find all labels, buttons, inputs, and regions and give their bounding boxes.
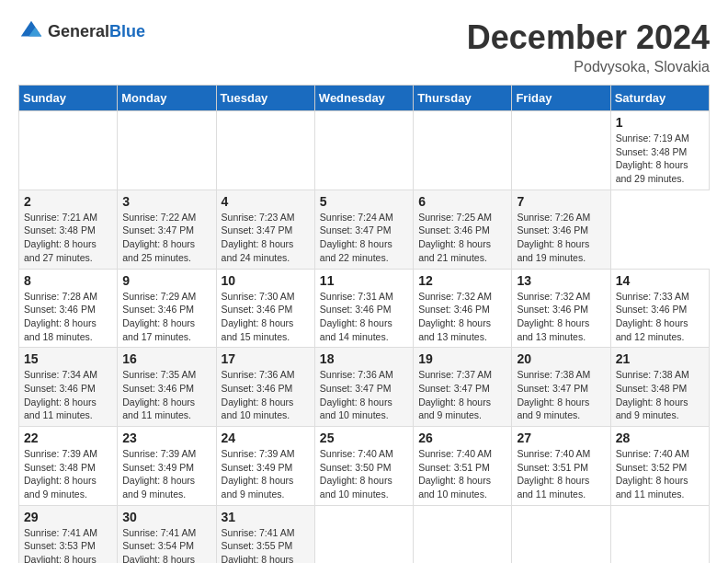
title-block: December 2024 Podvysoka, Slovakia: [467, 18, 710, 75]
day-number: 8: [24, 273, 112, 288]
day-info: Sunrise: 7:31 AMSunset: 3:46 PMDaylight:…: [320, 290, 408, 344]
calendar-cell: 30Sunrise: 7:41 AMSunset: 3:54 PMDayligh…: [118, 505, 216, 563]
day-info: Sunrise: 7:38 AMSunset: 3:47 PMDaylight:…: [517, 368, 605, 422]
calendar-cell: 11Sunrise: 7:31 AMSunset: 3:46 PMDayligh…: [314, 269, 413, 348]
day-number: 20: [517, 351, 605, 366]
empty-cell: [118, 111, 216, 190]
calendar-cell: [512, 505, 610, 563]
day-info: Sunrise: 7:34 AMSunset: 3:46 PMDaylight:…: [24, 368, 112, 422]
calendar-cell: 16Sunrise: 7:35 AMSunset: 3:46 PMDayligh…: [118, 348, 216, 427]
day-number: 14: [616, 273, 704, 288]
calendar-week-row: 2Sunrise: 7:21 AMSunset: 3:48 PMDaylight…: [19, 190, 710, 269]
calendar-table: SundayMondayTuesdayWednesdayThursdayFrid…: [18, 85, 710, 563]
calendar-header-monday: Monday: [118, 86, 216, 111]
day-number: 17: [222, 351, 310, 366]
calendar-header-tuesday: Tuesday: [216, 86, 314, 111]
day-info: Sunrise: 7:40 AMSunset: 3:51 PMDaylight:…: [418, 447, 506, 501]
calendar-cell: 13Sunrise: 7:32 AMSunset: 3:46 PMDayligh…: [512, 269, 610, 348]
calendar-cell: 6Sunrise: 7:25 AMSunset: 3:46 PMDaylight…: [414, 190, 512, 269]
calendar-header-thursday: Thursday: [414, 86, 512, 111]
day-number: 4: [222, 194, 310, 209]
day-number: 2: [24, 194, 112, 209]
calendar-cell: 19Sunrise: 7:37 AMSunset: 3:47 PMDayligh…: [414, 348, 512, 427]
calendar-cell: 1Sunrise: 7:19 AMSunset: 3:48 PMDaylight…: [610, 111, 709, 190]
day-number: 1: [616, 115, 704, 130]
day-number: 18: [320, 351, 408, 366]
day-number: 10: [222, 273, 310, 288]
day-info: Sunrise: 7:36 AMSunset: 3:47 PMDaylight:…: [320, 368, 408, 422]
calendar-cell: 31Sunrise: 7:41 AMSunset: 3:55 PMDayligh…: [216, 505, 314, 563]
day-number: 13: [517, 273, 605, 288]
day-number: 9: [122, 273, 210, 288]
day-info: Sunrise: 7:32 AMSunset: 3:46 PMDaylight:…: [418, 290, 506, 344]
calendar-cell: 15Sunrise: 7:34 AMSunset: 3:46 PMDayligh…: [19, 348, 118, 427]
logo: GeneralBlue: [18, 18, 145, 44]
day-info: Sunrise: 7:23 AMSunset: 3:47 PMDaylight:…: [222, 211, 310, 265]
calendar-header-row: SundayMondayTuesdayWednesdayThursdayFrid…: [19, 86, 710, 111]
calendar-cell: 14Sunrise: 7:33 AMSunset: 3:46 PMDayligh…: [610, 269, 709, 348]
calendar-cell: 7Sunrise: 7:26 AMSunset: 3:46 PMDaylight…: [512, 190, 610, 269]
day-number: 23: [122, 431, 210, 445]
day-info: Sunrise: 7:40 AMSunset: 3:50 PMDaylight:…: [320, 447, 408, 501]
day-number: 3: [122, 194, 210, 209]
calendar-week-row: 15Sunrise: 7:34 AMSunset: 3:46 PMDayligh…: [19, 348, 710, 427]
calendar-cell: 17Sunrise: 7:36 AMSunset: 3:46 PMDayligh…: [216, 348, 314, 427]
calendar-cell: 20Sunrise: 7:38 AMSunset: 3:47 PMDayligh…: [512, 348, 610, 427]
day-number: 22: [24, 431, 112, 445]
calendar-cell: 18Sunrise: 7:36 AMSunset: 3:47 PMDayligh…: [314, 348, 413, 427]
day-info: Sunrise: 7:39 AMSunset: 3:49 PMDaylight:…: [222, 447, 310, 501]
day-number: 27: [517, 431, 605, 445]
calendar-cell: 22Sunrise: 7:39 AMSunset: 3:48 PMDayligh…: [19, 427, 118, 506]
day-number: 7: [517, 194, 605, 209]
day-info: Sunrise: 7:35 AMSunset: 3:46 PMDaylight:…: [122, 368, 210, 422]
day-number: 31: [222, 510, 310, 524]
day-info: Sunrise: 7:39 AMSunset: 3:48 PMDaylight:…: [24, 447, 112, 501]
day-info: Sunrise: 7:32 AMSunset: 3:46 PMDaylight:…: [517, 290, 605, 344]
day-info: Sunrise: 7:28 AMSunset: 3:46 PMDaylight:…: [24, 290, 112, 344]
empty-cell: [414, 111, 512, 190]
calendar-cell: 26Sunrise: 7:40 AMSunset: 3:51 PMDayligh…: [414, 427, 512, 506]
calendar-cell: 29Sunrise: 7:41 AMSunset: 3:53 PMDayligh…: [19, 505, 118, 563]
day-number: 28: [616, 431, 704, 445]
calendar-cell: 12Sunrise: 7:32 AMSunset: 3:46 PMDayligh…: [414, 269, 512, 348]
day-info: Sunrise: 7:30 AMSunset: 3:46 PMDaylight:…: [222, 290, 310, 344]
day-number: 24: [222, 431, 310, 445]
day-info: Sunrise: 7:39 AMSunset: 3:49 PMDaylight:…: [122, 447, 210, 501]
day-info: Sunrise: 7:36 AMSunset: 3:46 PMDaylight:…: [222, 368, 310, 422]
day-info: Sunrise: 7:29 AMSunset: 3:46 PMDaylight:…: [122, 290, 210, 344]
location: Podvysoka, Slovakia: [467, 59, 710, 75]
day-number: 21: [616, 351, 704, 366]
empty-cell: [216, 111, 314, 190]
day-info: Sunrise: 7:37 AMSunset: 3:47 PMDaylight:…: [418, 368, 506, 422]
calendar-cell: [414, 505, 512, 563]
calendar-week-row: 29Sunrise: 7:41 AMSunset: 3:53 PMDayligh…: [19, 505, 710, 563]
calendar-cell: [610, 505, 709, 563]
empty-cell: [512, 111, 610, 190]
day-number: 29: [24, 510, 112, 524]
calendar-week-row: 22Sunrise: 7:39 AMSunset: 3:48 PMDayligh…: [19, 427, 710, 506]
calendar-cell: 27Sunrise: 7:40 AMSunset: 3:51 PMDayligh…: [512, 427, 610, 506]
calendar-header-wednesday: Wednesday: [314, 86, 413, 111]
calendar-header-saturday: Saturday: [610, 86, 709, 111]
calendar-cell: 2Sunrise: 7:21 AMSunset: 3:48 PMDaylight…: [19, 190, 118, 269]
day-number: 12: [418, 273, 506, 288]
logo-text-blue: Blue: [109, 22, 145, 40]
day-info: Sunrise: 7:21 AMSunset: 3:48 PMDaylight:…: [24, 211, 112, 265]
calendar-cell: 8Sunrise: 7:28 AMSunset: 3:46 PMDaylight…: [19, 269, 118, 348]
day-info: Sunrise: 7:40 AMSunset: 3:52 PMDaylight:…: [616, 447, 704, 501]
day-number: 26: [418, 431, 506, 445]
calendar-cell: 5Sunrise: 7:24 AMSunset: 3:47 PMDaylight…: [314, 190, 413, 269]
calendar-header-sunday: Sunday: [19, 86, 118, 111]
empty-cell: [314, 111, 413, 190]
day-info: Sunrise: 7:41 AMSunset: 3:54 PMDaylight:…: [122, 526, 210, 563]
day-number: 5: [320, 194, 408, 209]
calendar-week-row: 8Sunrise: 7:28 AMSunset: 3:46 PMDaylight…: [19, 269, 710, 348]
calendar-header-friday: Friday: [512, 86, 610, 111]
calendar-cell: 21Sunrise: 7:38 AMSunset: 3:48 PMDayligh…: [610, 348, 709, 427]
day-number: 6: [418, 194, 506, 209]
calendar-cell: 23Sunrise: 7:39 AMSunset: 3:49 PMDayligh…: [118, 427, 216, 506]
day-info: Sunrise: 7:22 AMSunset: 3:47 PMDaylight:…: [122, 211, 210, 265]
calendar-cell: 10Sunrise: 7:30 AMSunset: 3:46 PMDayligh…: [216, 269, 314, 348]
day-number: 30: [122, 510, 210, 524]
calendar-cell: 9Sunrise: 7:29 AMSunset: 3:46 PMDaylight…: [118, 269, 216, 348]
